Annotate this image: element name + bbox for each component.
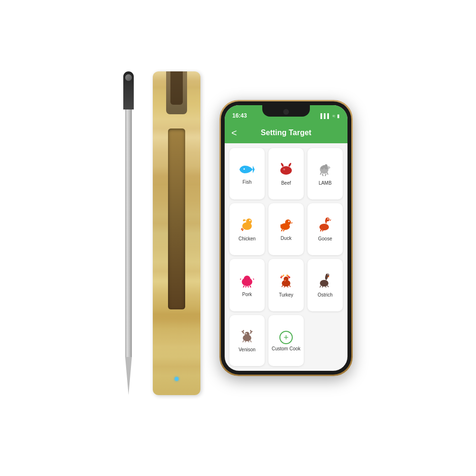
wood-notch: [166, 71, 187, 114]
scene: 16:43 ▌▌▌ ≈ ▮ < Setting Target: [24, 24, 452, 452]
venison-label: Venison: [238, 347, 256, 352]
phone-screen: 16:43 ▌▌▌ ≈ ▮ < Setting Target: [225, 105, 347, 371]
food-item-custom-cook[interactable]: + Custom Cook: [268, 315, 304, 367]
battery-icon: ▮: [337, 113, 340, 119]
svg-point-31: [246, 333, 247, 334]
food-item-fish[interactable]: Fish: [229, 148, 265, 199]
svg-point-13: [285, 219, 291, 225]
svg-point-1: [280, 166, 292, 175]
back-button[interactable]: <: [231, 128, 237, 138]
food-item-lamb[interactable]: LAMB: [307, 148, 343, 199]
beef-label: Beef: [281, 180, 291, 186]
custom-cook-add-icon: +: [279, 331, 293, 344]
probe-handle: [123, 71, 134, 109]
probe-tip: [125, 357, 132, 395]
svg-point-0: [244, 168, 245, 169]
svg-point-11: [249, 220, 251, 221]
pork-label: Pork: [242, 292, 252, 297]
status-icons: ▌▌▌ ≈ ▮: [320, 113, 340, 119]
phone-notch: [262, 105, 310, 117]
chicken-label: Chicken: [238, 236, 256, 241]
ostrich-label: Ostrich: [317, 292, 333, 298]
fish-icon: [239, 164, 255, 178]
goose-icon: [317, 218, 333, 234]
svg-point-8: [326, 166, 330, 169]
probe-shaft: [125, 109, 132, 357]
beef-icon: [278, 163, 294, 178]
wooden-case: [153, 71, 200, 395]
food-item-pork[interactable]: Pork: [229, 259, 265, 311]
food-item-chicken[interactable]: Chicken: [229, 203, 265, 256]
svg-point-2: [283, 169, 285, 170]
svg-point-28: [327, 274, 328, 275]
probe-container: [123, 71, 134, 414]
food-item-turkey[interactable]: Turkey: [268, 259, 304, 311]
phone-inner: 16:43 ▌▌▌ ≈ ▮ < Setting Target: [221, 101, 351, 375]
plus-icon: +: [284, 333, 289, 342]
food-item-venison[interactable]: Venison: [229, 315, 265, 367]
ostrich-icon: [317, 274, 333, 290]
lamb-icon: [317, 163, 333, 178]
food-item-goose[interactable]: Goose: [307, 203, 343, 256]
wood-led-dot: [175, 377, 178, 381]
svg-point-25: [284, 277, 288, 281]
svg-point-16: [326, 218, 329, 221]
phone-body: 16:43 ▌▌▌ ≈ ▮ < Setting Target: [219, 100, 353, 376]
wood-window: [168, 129, 185, 309]
status-time: 16:43: [232, 112, 247, 119]
food-item-duck[interactable]: Duck: [268, 203, 304, 256]
duck-icon: [278, 218, 294, 234]
food-grid: Fish B: [225, 143, 347, 371]
header-title: Setting Target: [261, 129, 311, 137]
svg-point-23: [248, 278, 249, 279]
food-item-beef[interactable]: Beef: [268, 148, 304, 199]
wifi-icon: ≈: [333, 113, 336, 119]
thermometer-probe: [123, 71, 134, 405]
chicken-icon: [239, 218, 255, 234]
turkey-icon: [278, 274, 294, 290]
food-item-ostrich[interactable]: Ostrich: [307, 259, 343, 311]
duck-label: Duck: [281, 236, 292, 241]
turkey-label: Turkey: [279, 292, 293, 298]
svg-point-10: [246, 218, 252, 224]
lamb-label: LAMB: [318, 180, 331, 186]
wood-case-container: [153, 71, 200, 414]
svg-point-26: [320, 280, 328, 287]
signal-icon: ▌▌▌: [320, 113, 330, 119]
fish-label: Fish: [243, 179, 252, 185]
svg-point-17: [327, 218, 328, 219]
svg-point-30: [245, 332, 249, 337]
svg-point-14: [288, 221, 290, 222]
phone-container: 16:43 ▌▌▌ ≈ ▮ < Setting Target: [219, 100, 353, 376]
venison-icon: [239, 329, 255, 345]
goose-label: Goose: [318, 236, 332, 241]
custom-cook-label: Custom Cook: [272, 346, 301, 351]
svg-point-22: [245, 278, 246, 279]
app-header: < Setting Target: [225, 122, 347, 143]
pork-icon: [239, 274, 255, 290]
